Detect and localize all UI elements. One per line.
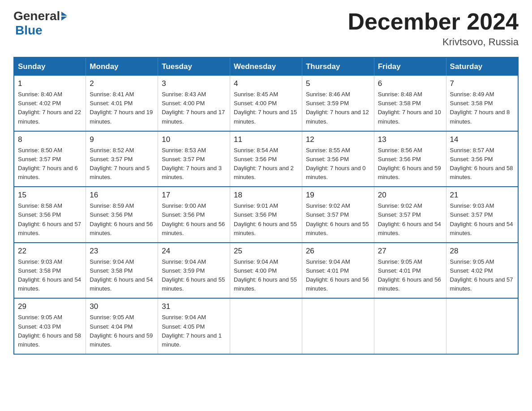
calendar-day-cell: 1 Sunrise: 8:40 AMSunset: 4:02 PMDayligh…	[14, 76, 86, 131]
day-info: Sunrise: 8:54 AMSunset: 3:56 PMDaylight:…	[234, 147, 294, 180]
day-number: 18	[234, 191, 298, 200]
calendar-day-cell: 11 Sunrise: 8:54 AMSunset: 3:56 PMDaylig…	[230, 131, 302, 187]
logo-arrow-top	[61, 12, 67, 16]
day-number: 30	[90, 302, 154, 311]
calendar-day-cell: 2 Sunrise: 8:41 AMSunset: 4:01 PMDayligh…	[86, 76, 158, 131]
day-number: 24	[162, 247, 226, 256]
calendar-week-row: 1 Sunrise: 8:40 AMSunset: 4:02 PMDayligh…	[14, 76, 518, 131]
calendar-header-row: SundayMondayTuesdayWednesdayThursdayFrid…	[14, 57, 518, 76]
day-info: Sunrise: 9:04 AMSunset: 4:01 PMDaylight:…	[306, 258, 369, 292]
day-info: Sunrise: 8:45 AMSunset: 4:00 PMDaylight:…	[234, 91, 297, 124]
day-number: 20	[378, 191, 442, 200]
day-number: 12	[306, 135, 370, 144]
calendar-week-row: 29 Sunrise: 9:05 AMSunset: 4:03 PMDaylig…	[14, 298, 518, 354]
day-number: 14	[450, 135, 514, 144]
day-number: 21	[450, 191, 514, 200]
calendar-week-row: 8 Sunrise: 8:50 AMSunset: 3:57 PMDayligh…	[14, 131, 518, 187]
calendar-day-cell: 10 Sunrise: 8:53 AMSunset: 3:57 PMDaylig…	[158, 131, 230, 187]
day-of-week-monday: Monday	[86, 57, 158, 76]
calendar-day-cell: 3 Sunrise: 8:43 AMSunset: 4:00 PMDayligh…	[158, 76, 230, 131]
day-number: 4	[234, 79, 298, 88]
location: Krivtsovo, Russia	[348, 36, 519, 48]
day-number: 1	[18, 79, 82, 88]
day-info: Sunrise: 8:43 AMSunset: 4:00 PMDaylight:…	[162, 91, 225, 124]
calendar-day-cell: 5 Sunrise: 8:46 AMSunset: 3:59 PMDayligh…	[302, 76, 374, 131]
day-number: 29	[18, 302, 82, 311]
day-info: Sunrise: 9:05 AMSunset: 4:01 PMDaylight:…	[378, 258, 441, 292]
day-number: 27	[378, 247, 442, 256]
day-info: Sunrise: 9:05 AMSunset: 4:03 PMDaylight:…	[18, 314, 81, 347]
calendar-day-cell: 23 Sunrise: 9:04 AMSunset: 3:58 PMDaylig…	[86, 243, 158, 299]
day-info: Sunrise: 9:02 AMSunset: 3:57 PMDaylight:…	[378, 202, 441, 236]
day-info: Sunrise: 8:40 AMSunset: 4:02 PMDaylight:…	[18, 91, 81, 124]
calendar-day-cell: 18 Sunrise: 9:01 AMSunset: 3:56 PMDaylig…	[230, 187, 302, 243]
calendar-day-cell: 4 Sunrise: 8:45 AMSunset: 4:00 PMDayligh…	[230, 76, 302, 131]
day-number: 26	[306, 247, 370, 256]
day-number: 10	[162, 135, 226, 144]
calendar-day-cell: 9 Sunrise: 8:52 AMSunset: 3:57 PMDayligh…	[86, 131, 158, 187]
calendar-table: SundayMondayTuesdayWednesdayThursdayFrid…	[13, 57, 519, 355]
day-number: 8	[18, 135, 82, 144]
calendar-week-row: 15 Sunrise: 8:58 AMSunset: 3:56 PMDaylig…	[14, 187, 518, 243]
day-info: Sunrise: 9:05 AMSunset: 4:04 PMDaylight:…	[90, 314, 153, 347]
calendar-day-cell: 21 Sunrise: 9:03 AMSunset: 3:57 PMDaylig…	[446, 187, 518, 243]
calendar-day-cell: 17 Sunrise: 9:00 AMSunset: 3:56 PMDaylig…	[158, 187, 230, 243]
day-of-week-tuesday: Tuesday	[158, 57, 230, 76]
day-number: 15	[18, 191, 82, 200]
logo: General Blue	[13, 9, 67, 38]
day-number: 2	[90, 79, 154, 88]
day-number: 31	[162, 302, 226, 311]
day-info: Sunrise: 9:04 AMSunset: 3:58 PMDaylight:…	[90, 258, 153, 292]
day-of-week-wednesday: Wednesday	[230, 57, 302, 76]
calendar-week-row: 22 Sunrise: 9:03 AMSunset: 3:58 PMDaylig…	[14, 243, 518, 299]
calendar-day-cell: 25 Sunrise: 9:04 AMSunset: 4:00 PMDaylig…	[230, 243, 302, 299]
day-of-week-friday: Friday	[374, 57, 446, 76]
calendar-day-cell: 12 Sunrise: 8:55 AMSunset: 3:56 PMDaylig…	[302, 131, 374, 187]
title-block: December 2024 Krivtsovo, Russia	[348, 9, 519, 48]
calendar-day-cell: 14 Sunrise: 8:57 AMSunset: 3:56 PMDaylig…	[446, 131, 518, 187]
day-info: Sunrise: 9:04 AMSunset: 3:59 PMDaylight:…	[162, 258, 225, 292]
day-number: 11	[234, 135, 298, 144]
day-number: 22	[18, 247, 82, 256]
logo-arrow-bottom	[61, 17, 67, 21]
day-info: Sunrise: 8:53 AMSunset: 3:57 PMDaylight:…	[162, 147, 222, 180]
day-info: Sunrise: 9:05 AMSunset: 4:02 PMDaylight:…	[450, 258, 513, 292]
day-info: Sunrise: 8:57 AMSunset: 3:56 PMDaylight:…	[450, 147, 513, 180]
calendar-day-cell: 30 Sunrise: 9:05 AMSunset: 4:04 PMDaylig…	[86, 298, 158, 354]
calendar-day-cell: 22 Sunrise: 9:03 AMSunset: 3:58 PMDaylig…	[14, 243, 86, 299]
day-of-week-sunday: Sunday	[14, 57, 86, 76]
logo-general-text: General	[13, 9, 60, 23]
month-title: December 2024	[348, 9, 519, 34]
day-number: 19	[306, 191, 370, 200]
day-info: Sunrise: 8:56 AMSunset: 3:56 PMDaylight:…	[378, 147, 441, 180]
day-number: 25	[234, 247, 298, 256]
calendar-empty-cell	[374, 298, 446, 354]
calendar-empty-cell	[302, 298, 374, 354]
day-info: Sunrise: 9:04 AMSunset: 4:00 PMDaylight:…	[234, 258, 297, 292]
day-number: 23	[90, 247, 154, 256]
day-info: Sunrise: 9:00 AMSunset: 3:56 PMDaylight:…	[162, 202, 225, 236]
calendar-day-cell: 15 Sunrise: 8:58 AMSunset: 3:56 PMDaylig…	[14, 187, 86, 243]
calendar-day-cell: 26 Sunrise: 9:04 AMSunset: 4:01 PMDaylig…	[302, 243, 374, 299]
day-number: 6	[378, 79, 442, 88]
calendar-empty-cell	[446, 298, 518, 354]
day-info: Sunrise: 8:59 AMSunset: 3:56 PMDaylight:…	[90, 202, 153, 236]
day-of-week-thursday: Thursday	[302, 57, 374, 76]
day-info: Sunrise: 8:41 AMSunset: 4:01 PMDaylight:…	[90, 91, 153, 124]
day-info: Sunrise: 9:03 AMSunset: 3:58 PMDaylight:…	[18, 258, 81, 292]
calendar-day-cell: 20 Sunrise: 9:02 AMSunset: 3:57 PMDaylig…	[374, 187, 446, 243]
calendar-day-cell: 28 Sunrise: 9:05 AMSunset: 4:02 PMDaylig…	[446, 243, 518, 299]
day-info: Sunrise: 8:58 AMSunset: 3:56 PMDaylight:…	[18, 202, 81, 236]
day-number: 9	[90, 135, 154, 144]
calendar-day-cell: 19 Sunrise: 9:02 AMSunset: 3:57 PMDaylig…	[302, 187, 374, 243]
day-number: 13	[378, 135, 442, 144]
day-of-week-saturday: Saturday	[446, 57, 518, 76]
day-info: Sunrise: 8:50 AMSunset: 3:57 PMDaylight:…	[18, 147, 78, 180]
day-info: Sunrise: 9:04 AMSunset: 4:05 PMDaylight:…	[162, 314, 222, 347]
day-info: Sunrise: 9:01 AMSunset: 3:56 PMDaylight:…	[234, 202, 297, 236]
day-info: Sunrise: 8:55 AMSunset: 3:56 PMDaylight:…	[306, 147, 366, 180]
page-header: General Blue December 2024 Krivtsovo, Ru…	[13, 9, 519, 48]
day-info: Sunrise: 9:02 AMSunset: 3:57 PMDaylight:…	[306, 202, 369, 236]
logo-blue-text: Blue	[15, 23, 43, 37]
day-info: Sunrise: 9:03 AMSunset: 3:57 PMDaylight:…	[450, 202, 513, 236]
